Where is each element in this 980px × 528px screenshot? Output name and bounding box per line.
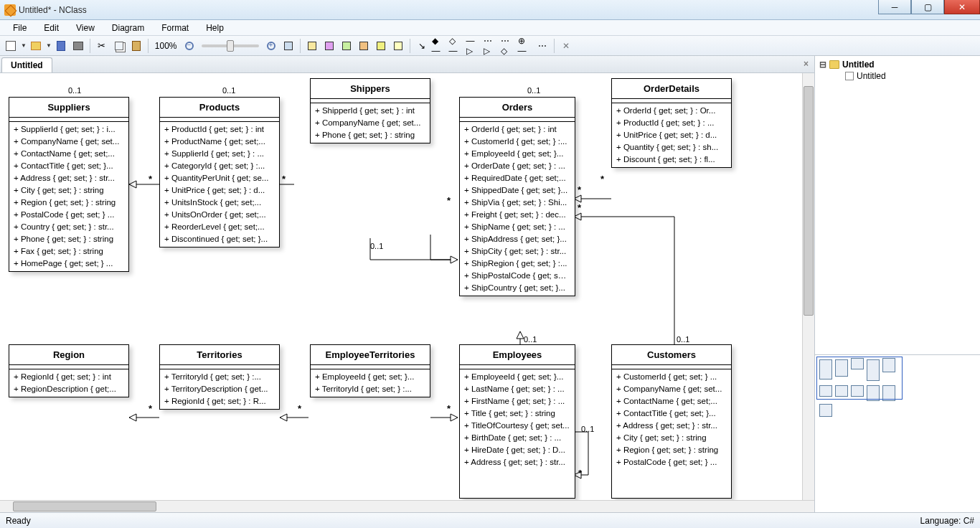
print-button[interactable] <box>70 38 86 54</box>
tree-root[interactable]: ⊟ Untitled <box>818 59 977 70</box>
mult-suppliers: 0..1 <box>68 86 81 95</box>
class-products-title: Products <box>160 98 279 118</box>
new-dropdown-icon[interactable]: ▼ <box>21 42 27 49</box>
status-right: Language: C# <box>920 516 974 526</box>
tool-comment-button[interactable] <box>390 38 406 54</box>
scrollbar-thumb[interactable] <box>804 86 814 316</box>
class-employeeterritories[interactable]: EmployeeTerritories + EmployeeId { get; … <box>310 344 430 397</box>
class-orderdetails-title: OrderDetails <box>612 79 731 99</box>
class-employees[interactable]: Employees + EmployeeId { get; set; }...+… <box>459 344 575 499</box>
tool-aggregation-button[interactable]: ◇— <box>448 38 464 54</box>
class-products[interactable]: Products + ProductId { get; set; } : int… <box>159 97 280 248</box>
tab-untitled[interactable]: Untitled <box>1 57 52 72</box>
menu-diagram[interactable]: Diagram <box>105 22 151 34</box>
tool-assoc-button[interactable]: ↘ <box>414 38 430 54</box>
tool-interface-button[interactable] <box>339 38 354 54</box>
menu-file[interactable]: File <box>6 22 34 34</box>
class-orderdetails-members: + OrderId { get; set; } : Or...+ Product… <box>612 103 731 167</box>
copy-button[interactable] <box>111 38 127 54</box>
star-orders-right-2: * <box>578 202 581 213</box>
mult-orders: 0..1 <box>527 86 540 95</box>
class-region[interactable]: Region + RegionId { get; set; } : int+ R… <box>9 344 129 397</box>
open-dropdown-icon[interactable]: ▼ <box>46 42 52 49</box>
tool-nesting-button[interactable]: ⊕— <box>517 38 533 54</box>
class-orderdetails[interactable]: OrderDetails + OrderId { get; set; } : O… <box>611 78 732 168</box>
class-orders[interactable]: Orders + OrderId { get; set; } : int+ Cu… <box>459 97 575 296</box>
svg-marker-14 <box>129 414 136 421</box>
svg-marker-16 <box>280 414 287 421</box>
zoom-fit-button[interactable] <box>281 38 296 54</box>
canvas-scrollbar-v[interactable] <box>802 73 814 500</box>
menu-help[interactable]: Help <box>199 22 231 34</box>
menu-view[interactable]: View <box>69 22 102 34</box>
class-empterr-members: + EmployeeId { get; set; }...+ Territory… <box>311 369 430 397</box>
class-customers[interactable]: Customers + CustomerId { get; set; } ...… <box>611 344 732 499</box>
canvas-pane: Untitled × <box>0 56 815 512</box>
menu-format[interactable]: Format <box>154 22 196 34</box>
mult-shippers: 0..1 <box>370 242 383 250</box>
titlebar: Untitled* - NClass ─ ▢ ✕ <box>0 0 980 20</box>
zoom-out-button[interactable] <box>182 38 197 54</box>
canvas-scrollbar-h[interactable] <box>0 500 814 512</box>
class-orders-title: Orders <box>460 98 575 118</box>
tool-realization-button[interactable]: ⋯◇ <box>500 38 516 54</box>
maximize-button[interactable]: ▢ <box>911 0 944 14</box>
close-button[interactable]: ✕ <box>944 0 980 14</box>
tree-child[interactable]: ⊟ Untitled <box>834 70 977 82</box>
zoom-slider[interactable] <box>202 44 259 47</box>
class-shippers[interactable]: Shippers + ShipperId { get; set; } : int… <box>310 78 430 143</box>
diagram-canvas[interactable]: 0..1 0..1 0..1 0..1 0..1 0..1 0..1 * * *… <box>0 73 814 500</box>
tab-close-button[interactable]: × <box>804 59 809 69</box>
class-suppliers-members: + SupplierId { get; set; } : i...+ Compa… <box>9 122 128 271</box>
zoom-slider-thumb[interactable] <box>227 40 234 52</box>
cut-button[interactable]: ✂ <box>94 38 110 54</box>
minimap-viewport[interactable] <box>816 357 903 400</box>
mult-products: 0..1 <box>222 86 235 95</box>
save-button[interactable] <box>53 38 69 54</box>
right-panel: ⊟ Untitled ⊟ Untitled <box>815 56 980 512</box>
mult-customers: 0..1 <box>677 335 689 344</box>
star-terr-left: * <box>149 403 152 414</box>
class-employees-title: Employees <box>460 345 575 365</box>
minimap[interactable] <box>815 354 980 512</box>
window-title: Untitled* - NClass <box>19 5 87 15</box>
class-territories-members: + TerritoryId { get; set; } :...+ Territ… <box>160 369 279 409</box>
tool-struct-button[interactable] <box>321 38 337 54</box>
star-emp-self: * <box>578 468 582 478</box>
minimize-button[interactable]: ─ <box>878 0 911 14</box>
star-prod-left: * <box>149 174 152 184</box>
tree-root-label: Untitled <box>842 60 875 70</box>
menu-edit[interactable]: Edit <box>37 22 66 34</box>
class-region-title: Region <box>9 345 128 365</box>
delete-button[interactable]: ✕ <box>558 38 574 54</box>
mult-employees: 0..1 <box>524 335 537 344</box>
tool-delegate-button[interactable] <box>373 38 389 54</box>
scrollbar-thumb-h[interactable] <box>13 501 156 512</box>
class-territories-title: Territories <box>160 345 279 365</box>
star-emp-left: * <box>447 403 451 414</box>
star-orders-right-1: * <box>578 184 581 195</box>
tool-dependency-button[interactable]: ⋯▷ <box>483 38 499 54</box>
tool-composition-button[interactable]: ◆— <box>431 38 447 54</box>
class-employees-members: + EmployeeId { get; set; }...+ LastName … <box>460 369 575 470</box>
app-icon <box>4 4 16 16</box>
tool-commentlink-button[interactable]: ⋯ <box>534 38 550 54</box>
star-empterr-left: * <box>298 403 301 414</box>
tool-class-button[interactable] <box>304 38 320 54</box>
svg-marker-10 <box>517 331 524 339</box>
class-products-members: + ProductId { get; set; } : int+ Product… <box>160 122 279 247</box>
class-suppliers[interactable]: Suppliers + SupplierId { get; set; } : i… <box>9 97 129 272</box>
status-left: Ready <box>6 516 31 526</box>
zoom-in-button[interactable] <box>263 38 279 54</box>
separator <box>410 39 410 53</box>
new-button[interactable] <box>3 38 19 54</box>
toolbar: ▼ ▼ ✂ 100% ↘ ◆— ◇— —▷ ⋯▷ ⋯◇ ⊕— ⋯ ✕ <box>0 36 980 56</box>
svg-marker-1 <box>129 181 136 188</box>
svg-marker-8 <box>451 256 458 263</box>
tool-enum-button[interactable] <box>356 38 372 54</box>
paste-button[interactable] <box>128 38 144 54</box>
open-button[interactable] <box>28 38 44 54</box>
zoom-value: 100% <box>152 41 180 51</box>
class-territories[interactable]: Territories + TerritoryId { get; set; } … <box>159 344 280 410</box>
tool-generalization-button[interactable]: —▷ <box>466 38 481 54</box>
